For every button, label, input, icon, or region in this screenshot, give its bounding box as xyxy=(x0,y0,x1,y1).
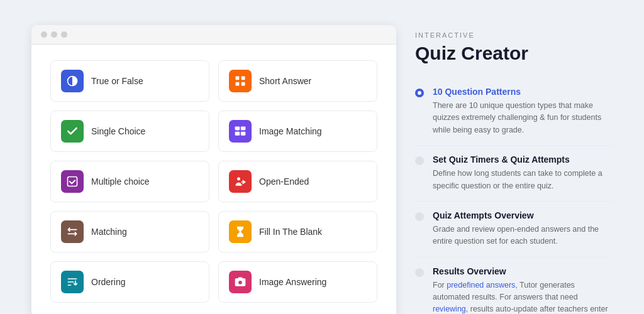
browser-dot-3 xyxy=(61,31,67,38)
quiz-item-label-open-ended: Open-Ended xyxy=(259,176,309,187)
feature-desc-question-patterns: There are 10 unique question types that … xyxy=(433,100,613,136)
quiz-item-label-multiple-choice: Multiple choice xyxy=(91,176,150,187)
svg-rect-5 xyxy=(235,132,240,136)
svg-point-8 xyxy=(237,129,239,131)
quiz-item-multiple-choice[interactable]: Multiple choice xyxy=(50,161,209,202)
svg-rect-1 xyxy=(242,77,245,80)
quiz-item-image-matching[interactable]: Image Matching xyxy=(218,111,377,152)
feature-dot-question-patterns xyxy=(415,89,424,97)
feature-dot-quiz-attempts-overview xyxy=(415,212,424,221)
svg-point-10 xyxy=(237,177,240,180)
feature-dot-col xyxy=(415,210,424,248)
feature-desc-results-overview: For predefined answers, Tutor generates … xyxy=(433,279,613,314)
quiz-icon-multiple-choice xyxy=(61,170,84,193)
feature-item-question-patterns[interactable]: 10 Question Patterns There are 10 unique… xyxy=(415,78,613,146)
quiz-icon-ordering xyxy=(61,271,84,293)
info-title: Quiz Creator xyxy=(415,43,613,64)
feature-item-results-overview[interactable]: Results Overview For predefined answers,… xyxy=(415,257,613,314)
feature-item-quiz-attempts-overview[interactable]: Quiz Attempts Overview Grade and review … xyxy=(415,202,613,257)
feature-desc-quiz-timers: Define how long students can take to com… xyxy=(433,168,613,192)
quiz-grid: True or False Short Answer Single Choice… xyxy=(31,45,396,314)
feature-dot-quiz-timers xyxy=(415,156,424,165)
quiz-item-open-ended[interactable]: Open-Ended xyxy=(218,161,377,202)
quiz-item-ordering[interactable]: Ordering xyxy=(50,261,209,303)
feature-item-quiz-timers[interactable]: Set Quiz Timers & Quiz Attempts Define h… xyxy=(415,146,613,202)
svg-point-15 xyxy=(238,281,242,284)
feature-content-quiz-timers: Set Quiz Timers & Quiz Attempts Define h… xyxy=(433,154,613,192)
feature-heading-results-overview: Results Overview xyxy=(433,266,613,276)
browser-dot-1 xyxy=(41,31,47,38)
feature-heading-quiz-timers: Set Quiz Timers & Quiz Attempts xyxy=(433,154,613,165)
feature-desc-quiz-attempts-overview: Grade and review open-ended answers and … xyxy=(433,224,613,248)
quiz-item-label-image-answering: Image Answering xyxy=(259,277,326,287)
quiz-icon-image-answering xyxy=(229,271,252,293)
quiz-item-true-or-false[interactable]: True or False xyxy=(50,60,209,102)
info-panel: INTERACTIVE Quiz Creator 10 Question Pat… xyxy=(415,25,613,314)
browser-panel: True or False Short Answer Single Choice… xyxy=(31,25,396,314)
svg-rect-0 xyxy=(236,77,240,80)
info-label: INTERACTIVE xyxy=(415,31,613,39)
feature-heading-quiz-attempts-overview: Quiz Attempts Overview xyxy=(433,210,613,220)
quiz-item-matching[interactable]: Matching xyxy=(50,211,209,252)
svg-rect-3 xyxy=(242,82,245,86)
quiz-item-label-ordering: Ordering xyxy=(91,277,125,287)
quiz-item-label-fill-in-blank: Fill In The Blank xyxy=(259,227,322,237)
quiz-icon-open-ended xyxy=(229,170,252,193)
feature-dot-col xyxy=(415,266,424,314)
quiz-item-fill-in-blank[interactable]: Fill In The Blank xyxy=(218,211,377,252)
quiz-item-label-short-answer: Short Answer xyxy=(259,76,311,86)
quiz-item-image-answering[interactable]: Image Answering xyxy=(218,261,377,303)
quiz-icon-short-answer xyxy=(229,70,252,92)
quiz-item-label-single-choice: Single Choice xyxy=(91,126,145,136)
feature-heading-question-patterns: 10 Question Patterns xyxy=(433,87,613,97)
quiz-item-short-answer[interactable]: Short Answer xyxy=(218,60,377,102)
feature-list: 10 Question Patterns There are 10 unique… xyxy=(415,78,613,314)
browser-bar xyxy=(31,25,396,45)
quiz-item-label-image-matching: Image Matching xyxy=(259,126,322,136)
svg-rect-9 xyxy=(68,177,77,187)
quiz-icon-fill-in-blank xyxy=(229,220,252,243)
svg-rect-7 xyxy=(241,132,246,136)
quiz-icon-true-or-false xyxy=(61,70,84,92)
svg-rect-6 xyxy=(241,127,246,131)
quiz-icon-matching xyxy=(61,220,84,243)
quiz-item-label-true-or-false: True or False xyxy=(91,76,143,86)
quiz-item-single-choice[interactable]: Single Choice xyxy=(50,111,209,152)
feature-content-question-patterns: 10 Question Patterns There are 10 unique… xyxy=(433,87,613,136)
quiz-icon-single-choice xyxy=(61,120,84,143)
browser-dot-2 xyxy=(51,31,57,38)
feature-content-quiz-attempts-overview: Quiz Attempts Overview Grade and review … xyxy=(433,210,613,248)
svg-rect-2 xyxy=(236,82,240,86)
quiz-item-label-matching: Matching xyxy=(91,227,127,237)
feature-dot-col xyxy=(415,87,424,136)
feature-content-results-overview: Results Overview For predefined answers,… xyxy=(433,266,613,314)
page-container: True or False Short Answer Single Choice… xyxy=(13,13,631,314)
feature-dot-col xyxy=(415,154,424,192)
feature-dot-results-overview xyxy=(415,268,424,277)
quiz-icon-image-matching xyxy=(229,120,252,143)
